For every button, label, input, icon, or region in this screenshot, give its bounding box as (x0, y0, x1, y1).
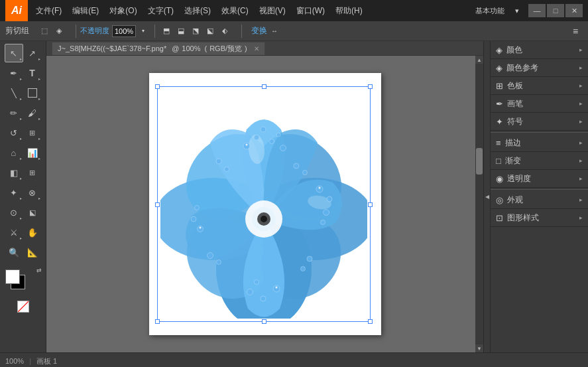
tool-arrow: ▸ (20, 116, 22, 121)
selection-handle-tr[interactable] (368, 84, 373, 89)
transform-button[interactable]: 变换 (251, 25, 267, 37)
align-icon-3[interactable]: ⬔ (188, 24, 203, 38)
none-color-btn[interactable] (14, 297, 32, 316)
tools-panel: ↖ ▸ ↗ ▸ ✒ ▸ T ▸ ╲ ▸ ▸ (0, 41, 46, 352)
fg-color-swatch[interactable] (5, 269, 20, 284)
brush-tool[interactable]: 🖌 ▸ (23, 104, 42, 122)
panel-brush-header[interactable]: ✒ 画笔 ▸ (491, 95, 588, 112)
close-button[interactable]: ✕ (565, 4, 583, 17)
gradient-tool[interactable]: ◧ ▸ (5, 163, 23, 182)
pen-tool[interactable]: ✒ ▸ (5, 64, 23, 82)
status-zoom: 100% (5, 357, 24, 365)
scroll-up-arrow[interactable]: ▲ (475, 56, 483, 64)
svg-point-31 (194, 206, 199, 210)
symbol-spray-tool[interactable]: ⊙ ▸ (5, 203, 23, 222)
transform-icon[interactable]: ↔ (267, 24, 282, 38)
workspace-label[interactable]: 基本功能 (473, 5, 507, 17)
maximize-button[interactable]: □ (547, 4, 564, 17)
menu-file[interactable]: 文件(F) (30, 0, 67, 21)
panel-appearance-header[interactable]: ◎ 外观 ▸ (491, 191, 588, 208)
menu-text[interactable]: 文字(T) (143, 0, 179, 21)
blend-tool[interactable]: ⊗ ▸ (23, 183, 42, 202)
color-panel-icon: ◈ (496, 45, 502, 55)
panel-symbol-header[interactable]: ✦ 符号 ▸ (491, 113, 588, 130)
swap-colors-icon[interactable]: ⇄ (36, 267, 42, 273)
svg-point-34 (307, 256, 312, 261)
panel-group-swatches: ⊞ 色板 ▸ (491, 77, 588, 95)
pencil-tool[interactable]: ✏ ▸ (5, 104, 23, 122)
opacity-input[interactable]: 100% (112, 25, 136, 37)
panel-color-header[interactable]: ◈ 颜色 ▸ (491, 41, 588, 58)
artboard-tool[interactable]: ⬕ (23, 203, 42, 222)
tool-arrow: ▸ (38, 76, 40, 81)
type-tool[interactable]: T ▸ (23, 64, 42, 82)
selection-handle-bl[interactable] (155, 319, 160, 324)
direct-select-tool[interactable]: ↗ ▸ (23, 44, 42, 62)
gradient-panel-icon: □ (496, 156, 501, 166)
colorref-panel-icon: ◈ (496, 63, 502, 73)
menu-window[interactable]: 窗口(W) (291, 0, 330, 21)
vertical-scrollbar[interactable]: ▲ ▼ (475, 56, 483, 352)
menu-object[interactable]: 对象(O) (104, 0, 142, 21)
panel-stroke-header[interactable]: ≡ 描边 ▸ (491, 134, 588, 151)
swatches-panel-icon: ⊞ (496, 81, 503, 91)
zoom-tool[interactable]: 🔍 (5, 243, 23, 261)
panel-swatches-header[interactable]: ⊞ 色板 ▸ (491, 77, 588, 94)
scroll-down-arrow[interactable]: ▼ (475, 344, 483, 352)
rotate-tool[interactable]: ↺ ▸ (5, 123, 23, 142)
panel-group-graphic-styles: ⊡ 图形样式 ▸ (491, 209, 588, 227)
selection-handle-tc[interactable] (262, 84, 266, 89)
tool-arrow: ▸ (20, 156, 22, 161)
opacity-dropdown-icon[interactable]: ▾ (136, 24, 150, 38)
right-panel-collapse[interactable]: ◀ (483, 41, 490, 352)
selection-handle-mr[interactable] (368, 202, 373, 207)
warp-tool[interactable]: ⌂ ▸ (5, 143, 23, 162)
menu-help[interactable]: 帮助(H) (330, 0, 368, 21)
align-icon-2[interactable]: ⬓ (174, 24, 188, 38)
scroll-track[interactable] (475, 64, 483, 344)
doc-tab-mode: ( (204, 44, 207, 52)
menu-select[interactable]: 选择(S) (179, 0, 216, 21)
toolbar-icon-2[interactable]: ◈ (52, 24, 66, 38)
toolbar-sep-1 (76, 25, 76, 38)
scroll-thumb[interactable] (476, 148, 483, 175)
eyedrop-tool[interactable]: ✦ ▸ (5, 183, 23, 202)
align-icon-1[interactable]: ⬒ (159, 24, 174, 38)
panel-graphic-styles-header[interactable]: ⊡ 图形样式 ▸ (491, 209, 588, 226)
toolbar-icon-1[interactable]: ⬚ (37, 24, 52, 38)
line-tool[interactable]: ╲ ▸ (5, 84, 23, 102)
svg-point-42 (275, 287, 277, 289)
mesh-tool[interactable]: ⊞ (23, 163, 42, 182)
doc-tab-close[interactable]: ✕ (254, 45, 259, 52)
panel-transparency-header[interactable]: ◉ 透明度 ▸ (491, 170, 588, 187)
panel-group-appearance: ◎ 外观 ▸ (491, 191, 588, 209)
svg-point-16 (254, 135, 259, 140)
align-icon-5[interactable]: ⬖ (217, 24, 232, 38)
graphic-styles-panel-label: 图形样式 (507, 212, 539, 224)
selection-handle-bc[interactable] (262, 319, 266, 324)
select-tool[interactable]: ↖ ▸ (5, 44, 23, 62)
menu-view[interactable]: 视图(V) (254, 0, 291, 21)
selection-handle-tl[interactable] (155, 84, 160, 89)
column-graph-tool[interactable]: 📊 ▸ (23, 143, 42, 162)
rect-tool[interactable]: ▸ (23, 84, 42, 102)
document-tab[interactable]: J~_S8[MHZ6((~$JAE`378~F.png* @ 100% ( RG… (52, 42, 265, 55)
panel-gradient-header[interactable]: □ 渐变 ▸ (491, 152, 588, 169)
scale-tool[interactable]: ⊞ ▸ (23, 123, 42, 142)
menu-edit[interactable]: 编辑(E) (67, 0, 104, 21)
appearance-panel-icon: ◎ (496, 195, 503, 205)
hand-tool[interactable]: ✋ (23, 223, 42, 242)
align-icon-4[interactable]: ⬕ (203, 24, 217, 38)
tool-row: ✦ ▸ ⊗ ▸ (1, 183, 44, 202)
slice-tool[interactable]: ⚔ ▸ (5, 223, 23, 242)
selection-handle-ml[interactable] (155, 202, 160, 207)
app-logo: Ai (5, 0, 28, 21)
minimize-button[interactable]: — (528, 4, 546, 17)
panel-colorref-header[interactable]: ◈ 颜色参考 ▸ (491, 59, 588, 76)
menu-effect[interactable]: 效果(C) (216, 0, 254, 21)
panel-toggle-icon[interactable]: ≡ (568, 24, 583, 38)
measure-tool[interactable]: 📐 (23, 243, 42, 261)
selection-handle-br[interactable] (368, 319, 373, 324)
workspace-dropdown-icon[interactable]: ▾ (512, 5, 522, 17)
tool-row: ↖ ▸ ↗ ▸ (1, 44, 44, 62)
